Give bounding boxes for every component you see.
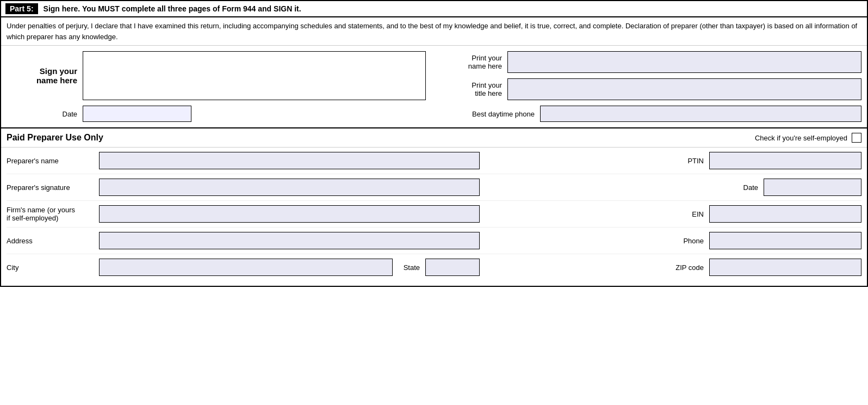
print-title-label: Print yourtitle here bbox=[442, 81, 502, 97]
self-employed-label: Check if you're self-employed bbox=[755, 134, 847, 142]
city-state-inputs: State bbox=[99, 259, 480, 276]
sign-name-label: Sign yourname here bbox=[7, 66, 77, 85]
address-row: Address Phone bbox=[7, 228, 861, 254]
sign-name-row: Sign yourname here bbox=[7, 51, 426, 100]
part-header: Part 5: Sign here. You MUST complete all… bbox=[1, 1, 867, 17]
zip-field-group: ZIP code bbox=[660, 259, 861, 276]
zip-code-input[interactable] bbox=[709, 259, 861, 276]
date-right-label: Date bbox=[726, 183, 758, 192]
city-state-zip-row: City State ZIP code bbox=[7, 254, 861, 280]
phone-label: Phone bbox=[671, 237, 704, 245]
preparers-signature-label: Preparer's signature bbox=[7, 183, 94, 192]
print-title-input[interactable] bbox=[507, 78, 861, 100]
preparer-body: Preparer's name PTIN Preparer's signatur… bbox=[1, 148, 867, 286]
zip-code-label: ZIP code bbox=[660, 263, 704, 272]
date-input[interactable] bbox=[83, 106, 191, 122]
address-input[interactable] bbox=[99, 232, 480, 249]
best-phone-label: Best daytime phone bbox=[442, 110, 535, 118]
preparers-name-label: Preparer's name bbox=[7, 157, 94, 165]
sign-name-input[interactable] bbox=[83, 51, 426, 100]
preparer-section-title: Paid Preparer Use Only bbox=[7, 133, 103, 143]
print-name-row: Print yourname here bbox=[442, 51, 861, 73]
date-row: Date bbox=[7, 106, 426, 122]
date-right-input[interactable] bbox=[764, 179, 861, 196]
date-label: Date bbox=[7, 110, 77, 118]
preparers-signature-input[interactable] bbox=[99, 179, 480, 196]
phone-input[interactable] bbox=[709, 232, 861, 249]
best-phone-row: Best daytime phone bbox=[442, 106, 861, 122]
ein-label: EIN bbox=[671, 210, 704, 218]
preparers-name-input[interactable] bbox=[99, 152, 480, 169]
print-name-label: Print yourname here bbox=[442, 54, 502, 70]
print-title-row: Print yourtitle here bbox=[442, 78, 861, 100]
part-title: Sign here. You MUST complete all three p… bbox=[44, 4, 301, 13]
preparers-name-row: Preparer's name PTIN bbox=[7, 148, 861, 174]
preparers-signature-row: Preparer's signature Date bbox=[7, 174, 861, 201]
sign-section: Sign yourname here Date Print yourname h… bbox=[1, 46, 867, 128]
state-input[interactable] bbox=[425, 259, 480, 276]
preparer-header: Paid Preparer Use Only Check if you're s… bbox=[1, 128, 867, 148]
self-employed-row: Check if you're self-employed bbox=[755, 133, 861, 143]
print-name-input[interactable] bbox=[507, 51, 861, 73]
phone-field-group: Phone bbox=[671, 232, 861, 249]
ein-input[interactable] bbox=[709, 205, 861, 223]
part-label: Part 5: bbox=[5, 3, 38, 14]
sign-left-column: Sign yourname here Date bbox=[7, 51, 426, 122]
firm-name-label: Firm's name (or yoursif self-employed) bbox=[7, 206, 94, 222]
ptin-input[interactable] bbox=[709, 152, 861, 169]
ptin-label: PTIN bbox=[671, 157, 704, 165]
firm-name-input[interactable] bbox=[99, 205, 480, 223]
state-label: State bbox=[404, 263, 420, 272]
city-label: City bbox=[7, 263, 94, 272]
self-employed-checkbox[interactable] bbox=[852, 133, 861, 143]
best-phone-input[interactable] bbox=[540, 106, 861, 122]
city-input[interactable] bbox=[99, 259, 393, 276]
date-right-field-group: Date bbox=[726, 179, 861, 196]
ein-field-group: EIN bbox=[671, 205, 861, 223]
sign-right-column: Print yourname here Print yourtitle here… bbox=[442, 51, 861, 122]
firm-name-row: Firm's name (or yoursif self-employed) E… bbox=[7, 201, 861, 228]
ptin-field-group: PTIN bbox=[671, 152, 861, 169]
declaration-text: Under penalties of perjury, I declare th… bbox=[1, 17, 867, 46]
form-container: Part 5: Sign here. You MUST complete all… bbox=[0, 0, 868, 287]
address-label: Address bbox=[7, 237, 94, 245]
